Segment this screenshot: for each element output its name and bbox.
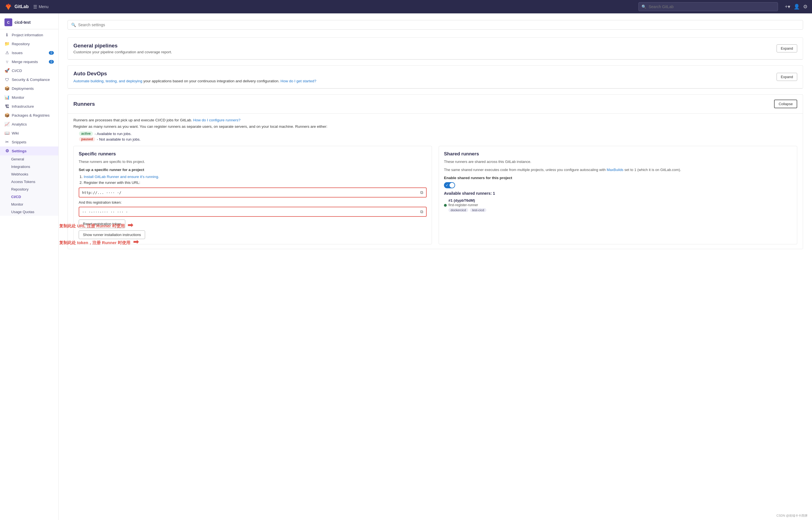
copy-url-icon[interactable]: ⧉: [420, 190, 423, 195]
badge-active: active: [79, 131, 93, 136]
layout: C cicd-test ℹ Project information 📁 Repo…: [0, 14, 812, 520]
search-icon: 🔍: [641, 4, 646, 9]
settings-icon-button[interactable]: ⚙: [803, 4, 808, 10]
runner-id: #1 (dypbT6dM): [449, 198, 486, 203]
sidebar-item-wiki[interactable]: 📖 Wiki: [0, 129, 58, 137]
menu-label: Menu: [39, 4, 49, 9]
autodevops-link1[interactable]: Automate building, testing, and deployin…: [73, 79, 142, 83]
runner-step-2: Register the runner with this URL:: [84, 181, 427, 185]
reset-token-button[interactable]: Reset registration token: [79, 219, 125, 228]
sidebar-item-settings-access-tokens[interactable]: Access Tokens: [0, 178, 58, 185]
sidebar-item-settings-general[interactable]: General: [0, 155, 58, 163]
sidebar-item-settings-repository[interactable]: Repository: [0, 185, 58, 193]
sidebar-item-settings-monitor[interactable]: Monitor: [0, 201, 58, 208]
search-settings-input[interactable]: [78, 23, 800, 27]
section-general-pipelines-title: General pipelines: [73, 43, 172, 49]
sidebar-item-settings-webhooks[interactable]: Webhooks: [0, 171, 58, 178]
runner-token-box: ·· ·-···-··· ·· ··· · ⧉: [79, 207, 427, 217]
active-desc: - Available to run jobs.: [95, 132, 132, 136]
runner-step-1: Install GitLab Runner and ensure it's ru…: [84, 175, 427, 179]
search-bar[interactable]: 🔍: [638, 2, 778, 11]
merge-requests-badge: 0: [49, 60, 54, 63]
shared-runners-desc2: The same shared runner executes code fro…: [444, 168, 792, 172]
show-instructions-button[interactable]: Show runner installation instructions: [79, 230, 145, 239]
runners-columns: Specific runners These runners are speci…: [73, 146, 797, 244]
project-name: cicd-test: [15, 20, 31, 25]
sidebar-item-deployments[interactable]: 📦 Deployments: [0, 84, 58, 93]
sidebar-item-repository[interactable]: 📁 Repository: [0, 39, 58, 48]
shared-runners-toggle[interactable]: ✓: [444, 182, 455, 188]
sidebar-item-settings-usage-quotas[interactable]: Usage Quotas: [0, 208, 58, 216]
badge-paused: paused: [79, 137, 95, 141]
topnav-actions: +▾ 👤 ⚙: [785, 4, 808, 10]
search-settings-bar[interactable]: 🔍: [68, 20, 803, 30]
runners-steps: Install GitLab Runner and ensure it's ru…: [84, 175, 427, 185]
shared-runners-title: Shared runners: [444, 151, 792, 157]
section-general-pipelines-subtitle: Customize your pipeline configuration an…: [73, 50, 172, 54]
specific-runners-col: Specific runners These runners are speci…: [73, 146, 432, 244]
runners-paused-item: paused - Not available to run jobs.: [79, 137, 797, 141]
search-input[interactable]: [649, 4, 775, 9]
settings-icon: ⚙: [4, 149, 9, 153]
sidebar-item-packages[interactable]: 📦 Packages & Registries: [0, 111, 58, 120]
section-auto-devops-title: Auto DevOps: [73, 71, 316, 77]
merge-requests-icon: ⑂: [4, 59, 9, 64]
settings-submenu: General Integrations Webhooks Access Tok…: [0, 155, 58, 216]
section-runners-header: Runners Collapse: [68, 95, 803, 113]
sidebar-item-settings-integrations[interactable]: Integrations: [0, 163, 58, 171]
sidebar-item-issues[interactable]: ⚠ Issues 0: [0, 48, 58, 57]
menu-button[interactable]: ☰ Menu: [33, 4, 49, 9]
sidebar-item-infrastructure[interactable]: 🏗 Infrastructure: [0, 102, 58, 111]
available-runners-label: Available shared runners: 1: [444, 191, 792, 196]
maxbuilds-link[interactable]: MaxBuilds: [607, 168, 624, 172]
sidebar-item-snippets[interactable]: ✂ Snippets: [0, 137, 58, 147]
runners-active-item: active - Available to run jobs.: [79, 131, 797, 136]
search-settings-icon: 🔍: [71, 23, 76, 27]
sidebar-item-project-information[interactable]: ℹ Project information: [0, 30, 58, 39]
section-general-pipelines: General pipelines Customize your pipelin…: [68, 37, 803, 60]
runner-tags: dockercicd test-cicd: [449, 208, 486, 212]
sidebar-item-settings-cicd[interactable]: CI/CD: [0, 193, 58, 201]
autodevops-link2[interactable]: How do I get started?: [280, 79, 316, 83]
toggle-check-icon: ✓: [446, 183, 449, 187]
sidebar-item-cicd[interactable]: 🚀 CI/CD: [0, 66, 58, 75]
issues-badge: 0: [49, 51, 54, 55]
monitor-icon: 📊: [4, 95, 9, 100]
copy-token-icon[interactable]: ⧉: [420, 209, 423, 214]
deployments-icon: 📦: [4, 86, 9, 91]
sidebar: C cicd-test ℹ Project information 📁 Repo…: [0, 14, 58, 520]
paused-desc: - Not available to run jobs.: [97, 137, 141, 141]
sidebar-item-security[interactable]: 🛡 Security & Compliance: [0, 75, 58, 84]
project-header[interactable]: C cicd-test: [0, 16, 58, 29]
section-runners-title: Runners: [73, 101, 95, 107]
toggle-knob: [450, 183, 455, 188]
section-auto-devops-body: Automate building, testing, and deployin…: [73, 79, 316, 83]
watermark: CSDN @前端卡卡西牌: [777, 514, 808, 518]
shared-runner-item: #1 (dypbT6dM) first-register-runner dock…: [444, 198, 792, 212]
enable-shared-runners-row: Enable shared runners for this project: [444, 176, 792, 180]
analytics-icon: 📈: [4, 122, 9, 127]
infrastructure-icon: 🏗: [4, 104, 9, 109]
profile-button[interactable]: 👤: [793, 4, 800, 10]
shared-runners-col: Shared runners These runners are shared …: [439, 146, 797, 244]
runner-subname: first-register-runner: [449, 203, 486, 207]
gitlab-label: GitLab: [15, 4, 29, 9]
sidebar-item-monitor[interactable]: 📊 Monitor: [0, 93, 58, 102]
runner-token-value: ·· ·-···-··· ·· ··· ·: [82, 210, 128, 214]
security-icon: 🛡: [4, 77, 9, 82]
plus-button[interactable]: +▾: [785, 4, 790, 10]
configure-runners-link[interactable]: How do I configure runners?: [193, 118, 240, 122]
expand-auto-devops-button[interactable]: Expand: [777, 73, 797, 81]
runners-register-text: Register as many runners as you want. Yo…: [73, 124, 797, 129]
expand-general-pipelines-button[interactable]: Expand: [777, 44, 797, 52]
sidebar-item-analytics[interactable]: 📈 Analytics: [0, 120, 58, 129]
main-content: 🔍 General pipelines Customize your pipel…: [58, 14, 812, 520]
runners-body: Runners are processes that pick up and e…: [68, 113, 803, 249]
gitlab-logo[interactable]: GitLab: [4, 3, 29, 10]
collapse-runners-button[interactable]: Collapse: [774, 100, 797, 108]
sidebar-item-merge-requests[interactable]: ⑂ Merge requests 0: [0, 57, 58, 66]
runners-status-list: active - Available to run jobs. paused -…: [79, 131, 797, 141]
project-info-icon: ℹ: [4, 32, 9, 37]
sidebar-item-settings[interactable]: ⚙ Settings: [0, 147, 58, 155]
install-runner-link[interactable]: Install GitLab Runner and ensure it's ru…: [84, 175, 159, 179]
